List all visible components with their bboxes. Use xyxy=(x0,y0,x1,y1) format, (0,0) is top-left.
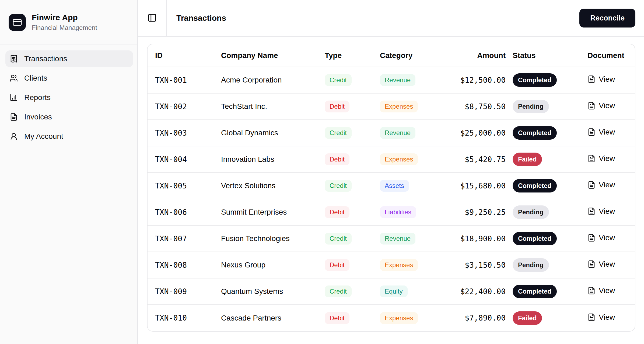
amount: $12,500.00 xyxy=(450,67,508,93)
main-area: Transactions Reconcile ID Company Name T… xyxy=(138,0,644,344)
amount: $3,150.50 xyxy=(450,252,508,278)
transaction-id: TXN-006 xyxy=(148,199,214,225)
company-name: Quantum Systems xyxy=(214,278,317,305)
panel-left-icon xyxy=(148,13,157,23)
transaction-id: TXN-007 xyxy=(148,225,214,252)
table-row: TXN-006 Summit Enterprises Debit Liabili… xyxy=(148,199,635,225)
amount: $22,400.00 xyxy=(450,278,508,305)
transaction-id: TXN-008 xyxy=(148,252,214,278)
amount: $18,900.00 xyxy=(450,225,508,252)
sidebar: Finwire App Financial Management Transac… xyxy=(0,0,138,344)
status-badge: Completed xyxy=(513,126,557,140)
amount: $5,420.75 xyxy=(450,146,508,173)
view-document-link[interactable]: View xyxy=(587,260,615,269)
category-badge: Assets xyxy=(380,180,409,192)
type-badge: Debit xyxy=(325,206,349,218)
app-tagline: Financial Management xyxy=(32,24,97,32)
company-name: Fusion Technologies xyxy=(214,225,317,252)
view-label: View xyxy=(599,101,615,110)
company-name: Acme Corporation xyxy=(214,67,317,93)
table-row: TXN-002 TechStart Inc. Debit Expenses $8… xyxy=(148,93,635,120)
sidebar-item-my-account[interactable]: My Account xyxy=(5,128,133,145)
sidebar-item-clients[interactable]: Clients xyxy=(5,70,133,87)
type-badge: Debit xyxy=(325,153,349,165)
status-badge: Pending xyxy=(513,258,549,272)
view-document-link[interactable]: View xyxy=(587,233,615,242)
company-name: Summit Enterprises xyxy=(214,199,317,225)
status-badge: Failed xyxy=(513,153,542,166)
transactions-table-card: ID Company Name Type Category Amount Sta… xyxy=(147,44,635,332)
view-label: View xyxy=(599,313,615,322)
file-text-icon xyxy=(10,113,18,121)
sidebar-item-label: Invoices xyxy=(24,113,52,121)
view-label: View xyxy=(599,181,615,189)
table-row: TXN-005 Vertex Solutions Credit Assets $… xyxy=(148,173,635,199)
file-text-icon xyxy=(587,287,596,295)
table-row: TXN-008 Nexus Group Debit Expenses $3,15… xyxy=(148,252,635,278)
view-document-link[interactable]: View xyxy=(587,313,615,322)
amount: $15,680.00 xyxy=(450,173,508,199)
sidebar-toggle-button[interactable] xyxy=(145,11,159,25)
company-name: TechStart Inc. xyxy=(214,93,317,120)
transaction-id: TXN-010 xyxy=(148,305,214,331)
sidebar-item-label: Reports xyxy=(24,93,51,102)
view-document-link[interactable]: View xyxy=(587,75,615,84)
view-document-link[interactable]: View xyxy=(587,207,615,216)
status-badge: Completed xyxy=(513,73,557,87)
type-badge: Credit xyxy=(325,180,352,192)
amount: $7,890.00 xyxy=(450,305,508,331)
file-text-icon xyxy=(587,234,596,242)
category-badge: Liabilities xyxy=(380,206,416,218)
column-header-company: Company Name xyxy=(214,44,317,67)
category-badge: Expenses xyxy=(380,259,418,271)
amount: $25,000.00 xyxy=(450,120,508,146)
transaction-id: TXN-001 xyxy=(148,67,214,93)
type-badge: Debit xyxy=(325,259,349,271)
file-text-icon xyxy=(587,75,596,83)
category-badge: Expenses xyxy=(380,101,418,112)
status-badge: Completed xyxy=(513,285,557,298)
type-badge: Debit xyxy=(325,101,349,112)
topbar: Transactions Reconcile xyxy=(138,0,644,37)
receipt-icon xyxy=(10,55,18,63)
sidebar-item-invoices[interactable]: Invoices xyxy=(5,109,133,125)
sidebar-item-label: Clients xyxy=(24,74,47,82)
transaction-id: TXN-004 xyxy=(148,146,214,173)
view-label: View xyxy=(599,128,615,136)
view-document-link[interactable]: View xyxy=(587,101,615,110)
view-document-link[interactable]: View xyxy=(587,286,615,295)
bar-chart-icon xyxy=(10,94,18,102)
view-label: View xyxy=(599,233,615,242)
file-text-icon xyxy=(587,181,596,189)
company-name: Global Dynamics xyxy=(214,120,317,146)
file-text-icon xyxy=(587,313,596,321)
column-header-category: Category xyxy=(372,44,450,67)
view-document-link[interactable]: View xyxy=(587,154,615,163)
reconcile-button[interactable]: Reconcile xyxy=(579,9,635,27)
view-label: View xyxy=(599,154,615,163)
type-badge: Credit xyxy=(325,285,352,297)
type-badge: Debit xyxy=(325,312,349,324)
view-document-link[interactable]: View xyxy=(587,128,615,136)
column-header-type: Type xyxy=(317,44,372,67)
table-row: TXN-001 Acme Corporation Credit Revenue … xyxy=(148,67,635,93)
column-header-id: ID xyxy=(148,44,214,67)
sidebar-item-reports[interactable]: Reports xyxy=(5,89,133,106)
view-label: View xyxy=(599,286,615,295)
table-header-row: ID Company Name Type Category Amount Sta… xyxy=(148,44,635,67)
sidebar-item-label: My Account xyxy=(24,132,63,141)
file-text-icon xyxy=(587,207,596,215)
page-title: Transactions xyxy=(176,13,226,23)
column-header-amount: Amount xyxy=(450,44,508,67)
category-badge: Revenue xyxy=(380,74,415,86)
file-text-icon xyxy=(587,154,596,163)
view-label: View xyxy=(599,260,615,269)
file-text-icon xyxy=(587,260,596,268)
view-document-link[interactable]: View xyxy=(587,181,615,189)
category-badge: Equity xyxy=(380,285,408,297)
status-badge: Pending xyxy=(513,205,549,219)
company-name: Nexus Group xyxy=(214,252,317,278)
status-badge: Pending xyxy=(513,100,549,113)
sidebar-item-transactions[interactable]: Transactions xyxy=(5,50,133,67)
category-badge: Expenses xyxy=(380,312,418,324)
